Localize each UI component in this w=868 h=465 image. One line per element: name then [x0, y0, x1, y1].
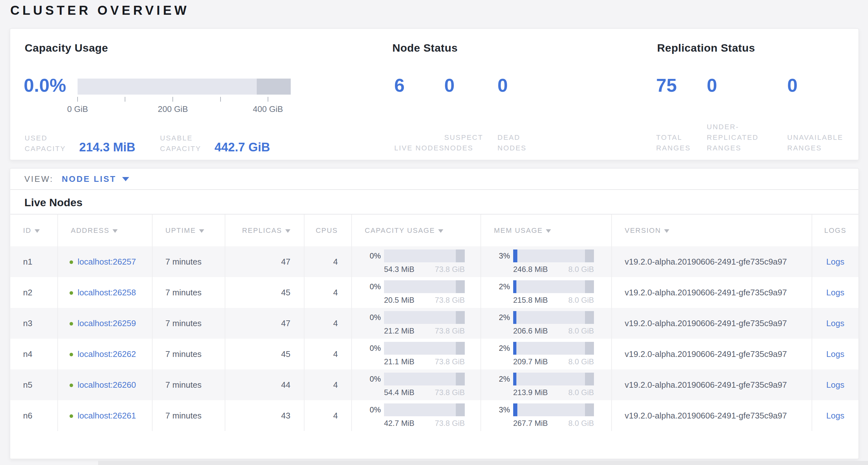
- uptime-cell: 7 minutes: [152, 246, 225, 277]
- overview-card: Capacity Usage 0.0% 0 GiB 200 GiB 400 Gi…: [10, 28, 859, 161]
- address-link[interactable]: localhost:26262: [78, 349, 136, 359]
- meter-fill: [513, 342, 516, 355]
- logs-link[interactable]: Logs: [826, 288, 844, 297]
- address-link[interactable]: localhost:26261: [78, 411, 136, 420]
- table-body: n1 localhost:26257 7 minutes 47 4 0% 54.…: [10, 246, 858, 431]
- sort-arrow-icon: [546, 229, 551, 233]
- replicas-cell: 44: [225, 370, 304, 400]
- table-header: ID ADDRESS UPTIME REPLICAS CPUS CAPACITY…: [10, 214, 858, 246]
- meter-fill: [513, 311, 516, 324]
- logs-link[interactable]: Logs: [826, 349, 844, 359]
- mem-percent: 3%: [491, 252, 510, 260]
- column-header[interactable]: CPUS: [304, 214, 352, 246]
- logs-link[interactable]: Logs: [826, 318, 844, 328]
- capacity-summary-label: USABLE CAPACITY: [160, 133, 209, 154]
- column-header[interactable]: LOGS: [812, 214, 858, 246]
- capacity-percent: 0%: [362, 252, 381, 260]
- stat-value: 0: [497, 76, 508, 95]
- logs-cell: Logs: [812, 246, 858, 277]
- meter-fill: [513, 280, 516, 293]
- node-live-dot-icon: [69, 353, 73, 356]
- capacity-summary-value: 214.3 MiB: [79, 141, 135, 154]
- uptime-cell: 7 minutes: [152, 277, 225, 308]
- node-address-cell: localhost:26262: [58, 339, 152, 370]
- capacity-total-value: 73.8 GiB: [435, 265, 465, 274]
- version-cell: v19.2.0-alpha.20190606-2491-gfe735c9a97: [612, 277, 812, 308]
- stat-label: UNAVAILABLE RANGES: [787, 132, 853, 153]
- meter-fill: [513, 373, 516, 385]
- address-link[interactable]: localhost:26258: [78, 288, 136, 297]
- tick-mark: [220, 97, 221, 101]
- logs-cell: Logs: [812, 370, 858, 400]
- column-header[interactable]: ID: [10, 214, 58, 246]
- column-header-label: ADDRESS: [71, 226, 109, 234]
- column-header[interactable]: CAPACITY USAGE: [352, 214, 481, 246]
- capacity-percent: 0%: [362, 375, 381, 383]
- capacity-summary-label: USED CAPACITY: [25, 133, 73, 154]
- capacity-total-value: 73.8 GiB: [435, 296, 465, 304]
- capacity-used-value: 54.3 MiB: [384, 265, 414, 274]
- mem-usage-cell: 2% 209.7 MiB 8.0 GiB: [481, 339, 612, 370]
- mem-total-value: 8.0 GiB: [568, 265, 594, 274]
- chevron-down-icon: [122, 177, 129, 181]
- capacity-usage-cell: 0% 42.7 MiB 73.8 GiB: [352, 400, 481, 431]
- mem-percent: 2%: [491, 313, 510, 322]
- meter-end-segment: [585, 250, 594, 262]
- capacity-meter: [384, 250, 465, 262]
- logs-cell: Logs: [812, 339, 858, 370]
- uptime-cell: 7 minutes: [152, 370, 225, 400]
- meter-end-segment: [456, 373, 465, 385]
- capacity-usage-cell: 0% 20.5 MiB 73.8 GiB: [352, 277, 481, 308]
- capacity-usage-cell: 0% 21.1 MiB 73.8 GiB: [352, 339, 481, 370]
- view-bar: VIEW: NODE LIST: [10, 169, 858, 190]
- column-header[interactable]: MEM USAGE: [481, 214, 612, 246]
- cpus-cell: 4: [304, 277, 352, 308]
- column-header-label: ID: [23, 226, 31, 234]
- mem-used-value: 206.6 MiB: [513, 326, 548, 336]
- version-cell: v19.2.0-alpha.20190606-2491-gfe735c9a97: [612, 400, 812, 431]
- mem-usage-cell: 2% 206.6 MiB 8.0 GiB: [481, 308, 612, 339]
- logs-link[interactable]: Logs: [826, 380, 844, 390]
- mem-meter: [513, 342, 594, 355]
- version-cell: v19.2.0-alpha.20190606-2491-gfe735c9a97: [612, 246, 812, 277]
- capacity-usage-cell: 0% 21.2 MiB 73.8 GiB: [352, 308, 481, 339]
- node-live-dot-icon: [69, 260, 73, 264]
- mem-used-value: 215.8 MiB: [513, 296, 548, 304]
- view-mode-dropdown[interactable]: NODE LIST: [62, 174, 129, 184]
- table-row: n2 localhost:26258 7 minutes 45 4 0% 20.…: [10, 277, 858, 308]
- node-id-cell: n1: [10, 246, 58, 277]
- column-header[interactable]: UPTIME: [152, 214, 225, 246]
- logs-link[interactable]: Logs: [826, 411, 844, 420]
- view-label: VIEW:: [24, 174, 54, 184]
- uptime-cell: 7 minutes: [152, 400, 225, 431]
- mem-total-value: 8.0 GiB: [568, 326, 594, 336]
- column-header-label: VERSION: [625, 226, 661, 234]
- column-header[interactable]: REPLICAS: [225, 214, 304, 246]
- address-link[interactable]: localhost:26260: [78, 380, 136, 390]
- table-row: n3 localhost:26259 7 minutes 47 4 0% 21.…: [10, 308, 858, 339]
- capacity-total-value: 73.8 GiB: [435, 357, 465, 366]
- tick-label: 200 GiB: [158, 104, 188, 114]
- replicas-cell: 45: [225, 277, 304, 308]
- column-header-label: CAPACITY USAGE: [365, 226, 435, 234]
- status-stat: 0 DEAD NODES: [497, 29, 549, 160]
- tick-mark: [125, 97, 125, 101]
- capacity-used-value: 54.4 MiB: [384, 388, 414, 397]
- column-header[interactable]: VERSION: [612, 214, 812, 246]
- meter-end-segment: [585, 373, 594, 385]
- meter-fill: [513, 403, 517, 416]
- node-live-dot-icon: [69, 383, 73, 387]
- cluster-overview-page: CLUSTER OVERVIEW Capacity Usage 0.0% 0 G…: [0, 0, 868, 465]
- address-link[interactable]: localhost:26257: [78, 257, 136, 266]
- logs-link[interactable]: Logs: [826, 257, 844, 266]
- mem-usage-cell: 3% 246.8 MiB 8.0 GiB: [481, 246, 612, 277]
- node-live-dot-icon: [69, 291, 73, 295]
- column-header[interactable]: ADDRESS: [58, 214, 152, 246]
- cpus-cell: 4: [304, 400, 352, 431]
- meter-end-segment: [585, 342, 594, 355]
- cpus-cell: 4: [304, 308, 352, 339]
- address-link[interactable]: localhost:26259: [78, 318, 136, 328]
- sort-arrow-icon: [113, 229, 118, 233]
- uptime-cell: 7 minutes: [152, 339, 225, 370]
- mem-meter: [513, 311, 594, 324]
